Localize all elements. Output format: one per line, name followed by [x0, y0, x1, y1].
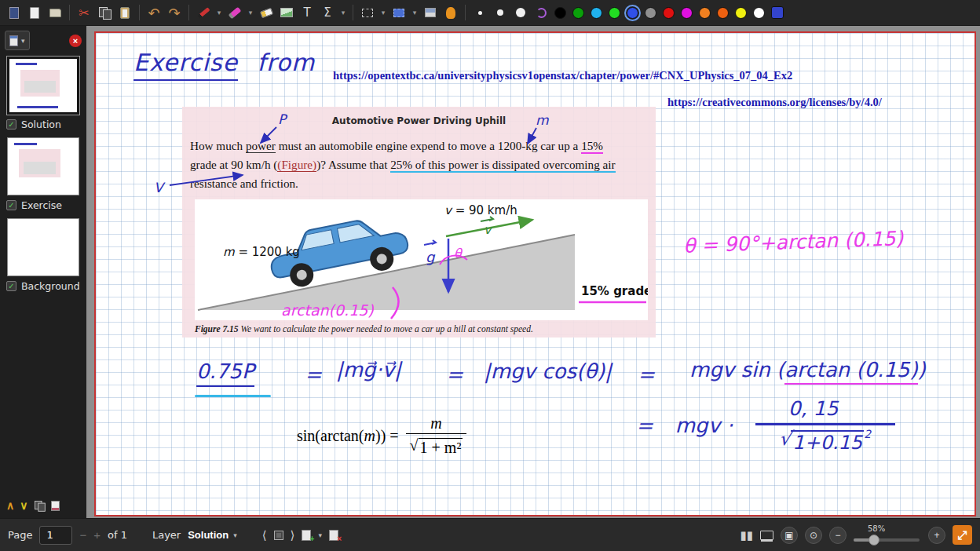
highlighter-dropdown-icon[interactable]: ▾: [246, 2, 255, 23]
delete-layer-button[interactable]: ×: [329, 530, 338, 541]
checkbox-checked-icon[interactable]: ✓: [6, 200, 16, 210]
redo-icon[interactable]: ↷: [165, 2, 184, 23]
thumb-figure: [24, 162, 57, 175]
figure-reference-link[interactable]: (Figure): [277, 158, 316, 172]
zoom-slider[interactable]: [854, 535, 920, 546]
thickness-medium-icon[interactable]: [491, 2, 510, 23]
text-tool-icon[interactable]: T: [298, 2, 316, 23]
color-swatch-orange[interactable]: [699, 7, 711, 19]
select-rect-dropdown-icon[interactable]: ▾: [410, 2, 419, 23]
layer-toggle-exercise[interactable]: ✓ Exercise: [5, 195, 82, 211]
sidebar-mode-button[interactable]: ▾: [5, 31, 30, 50]
shape-recognizer-icon[interactable]: [532, 2, 550, 23]
page-icon: [51, 501, 60, 511]
color-swatch-black[interactable]: [554, 7, 566, 19]
fullscreen-button[interactable]: ⤢: [953, 525, 972, 545]
source-link[interactable]: https://opentextbc.ca/universityphysicsv…: [333, 69, 792, 82]
zoom-fit-button[interactable]: ▣: [781, 527, 798, 544]
math-dropdown-icon[interactable]: ▾: [338, 2, 348, 23]
color-swatch-lime[interactable]: [609, 7, 620, 19]
zoom-in-button[interactable]: +: [928, 527, 945, 544]
color-swatch-dark-orange[interactable]: [717, 7, 729, 19]
separator: [139, 5, 140, 20]
pen-icon: [197, 7, 210, 19]
add-layer-button[interactable]: +: [302, 530, 311, 541]
current-layer-name: Solution: [188, 529, 229, 541]
x-badge-icon: ×: [337, 535, 342, 543]
highlighter-tool-icon[interactable]: [225, 2, 244, 23]
select-rect-icon[interactable]: [389, 2, 408, 23]
clipboard-icon: [120, 7, 130, 19]
open-folder-icon[interactable]: [46, 2, 64, 23]
select-region-icon[interactable]: [358, 2, 377, 23]
copy-pages-icon: [35, 501, 45, 511]
copy-icon[interactable]: [95, 2, 114, 23]
page-template-icon-button[interactable]: [274, 531, 283, 540]
color-swatch-green[interactable]: [572, 7, 584, 19]
cyan-underline: [195, 395, 271, 397]
pen-tool-icon[interactable]: [194, 2, 213, 23]
layer-toggle-background[interactable]: ✓ Background: [5, 276, 82, 292]
hand-tool-icon[interactable]: [441, 2, 460, 23]
thumb-title-stroke: [16, 63, 38, 65]
color-swatch-gray[interactable]: [645, 7, 656, 19]
color-swatch-white[interactable]: [753, 7, 765, 19]
page-number-input[interactable]: [39, 526, 72, 545]
color-swatch-magenta[interactable]: [681, 7, 693, 19]
zoom-out-button[interactable]: −: [829, 527, 847, 544]
prev-annotated-page-button[interactable]: ⟨: [262, 528, 267, 542]
hand-icon: [446, 7, 455, 19]
page-decrement-button[interactable]: −: [79, 528, 86, 542]
presentation-mode-button[interactable]: [760, 531, 773, 540]
eq1-term-1: |mg⃗·v⃗|: [336, 358, 401, 381]
layer-toggle-solution[interactable]: ✓ Solution: [5, 115, 82, 130]
checkbox-checked-icon[interactable]: ✓: [6, 281, 16, 291]
theta-equation: θ = 90°+arctan (0.15): [683, 227, 904, 257]
color-swatch-blue-selected[interactable]: [627, 7, 638, 19]
next-annotated-page-button[interactable]: ⟩: [291, 528, 295, 542]
vertical-space-tool-icon[interactable]: [421, 2, 440, 23]
thumb-figure: [24, 81, 56, 93]
math-tex-tool-icon[interactable]: Σ: [318, 2, 337, 23]
checkbox-checked-icon[interactable]: ✓: [6, 119, 16, 130]
layer-block-exercise: ✓ Exercise: [5, 137, 82, 211]
zoom-original-button[interactable]: ⊙: [805, 527, 822, 544]
eq1-equals-1: =: [305, 363, 322, 386]
separator: [188, 5, 189, 20]
sidebar-close-button[interactable]: ×: [69, 35, 82, 47]
color-swatch-red[interactable]: [663, 7, 675, 19]
scroll-down-button[interactable]: ∨: [20, 499, 27, 512]
slider-handle[interactable]: [868, 535, 879, 546]
license-link[interactable]: https://creativecommons.org/licenses/by/…: [667, 96, 882, 109]
scroll-up-button[interactable]: ∧: [6, 499, 14, 512]
eraser-tool-icon[interactable]: [257, 2, 276, 23]
document-page[interactable]: Exercise from https://opentextbc.ca/univ…: [94, 31, 976, 516]
canvas-area[interactable]: Exercise from https://opentextbc.ca/univ…: [86, 26, 980, 518]
save-document-icon[interactable]: [25, 2, 44, 23]
layer-thumbnail-exercise[interactable]: [7, 137, 79, 195]
add-layer-dropdown[interactable]: ▾: [318, 531, 322, 539]
color-swatch-yellow[interactable]: [735, 7, 747, 19]
new-document-icon[interactable]: [5, 2, 24, 23]
page-increment-button[interactable]: +: [93, 528, 101, 542]
dual-page-view-button[interactable]: ▮▮: [740, 528, 753, 542]
mass-label: m = 1200 kg: [223, 245, 300, 259]
layer-selector[interactable]: Solution ▾: [188, 529, 237, 541]
undo-icon[interactable]: ↶: [144, 2, 163, 23]
image-tool-icon[interactable]: [277, 2, 296, 23]
plus-badge-icon: +: [310, 535, 315, 543]
page-template-button[interactable]: [51, 501, 60, 511]
thickness-fine-icon[interactable]: [470, 2, 489, 23]
thickness-thick-icon[interactable]: [511, 2, 530, 23]
cut-icon[interactable]: ✂: [75, 2, 93, 23]
layer-thumbnail-background[interactable]: [7, 218, 79, 276]
select-dropdown-icon[interactable]: ▾: [378, 2, 388, 23]
exercise-heading: Automotive Power Driving Uphill: [182, 115, 656, 126]
body-line-1: How much power must an automobile engine…: [190, 137, 656, 155]
color-swatch-cyan[interactable]: [591, 7, 602, 19]
copy-page-button[interactable]: [34, 500, 46, 512]
color-picker-icon[interactable]: [771, 6, 784, 19]
paste-icon[interactable]: [115, 2, 134, 23]
layer-thumbnail-solution[interactable]: [7, 57, 79, 115]
pen-dropdown-icon[interactable]: ▾: [214, 2, 224, 23]
